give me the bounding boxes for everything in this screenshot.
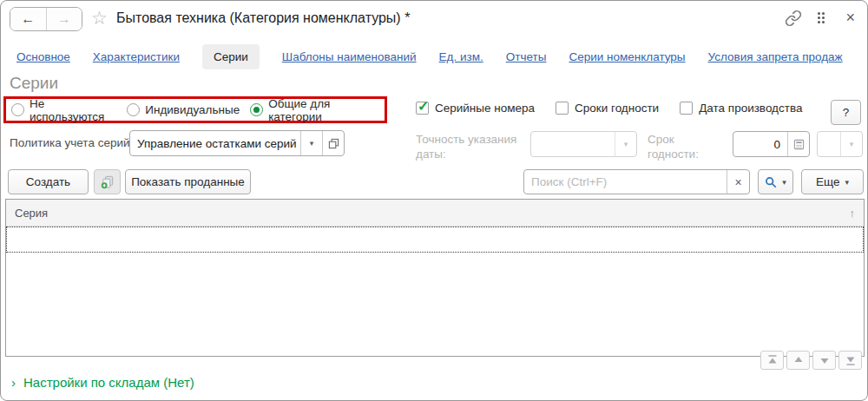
more-menu-icon[interactable] (818, 12, 825, 23)
section-title-series: Серии (10, 74, 58, 93)
expiry-unit-value (818, 132, 840, 156)
favorite-star-icon[interactable]: ☆ (91, 8, 108, 29)
tab-reports[interactable]: Отчеты (506, 50, 547, 63)
radio-individual[interactable]: Индивидуальные (127, 103, 240, 116)
expiry-label: Срок годности: (648, 132, 724, 161)
search-box: × (523, 169, 750, 194)
radio-label: Общие для категории (268, 97, 379, 123)
back-button[interactable]: ← (10, 8, 46, 30)
go-first-row-button[interactable] (760, 351, 784, 370)
radio-circle-icon (11, 103, 24, 116)
tab-item-series[interactable]: Серии номенклатуры (569, 50, 685, 63)
clear-search-icon[interactable]: × (727, 170, 749, 194)
series-table: Серия ↑ (5, 199, 865, 357)
row-navigation-group (760, 351, 862, 370)
create-by-copy-button[interactable] (94, 169, 121, 194)
checkbox-icon (680, 102, 693, 115)
tab-main[interactable]: Основное (16, 50, 70, 63)
tab-units[interactable]: Ед. изм. (439, 50, 483, 63)
help-button[interactable]: ? (831, 100, 861, 125)
chevron-down-icon: ▾ (845, 178, 849, 187)
checkbox-icon (556, 102, 569, 115)
get-link-icon[interactable] (785, 10, 802, 30)
tab-bar: Основное Характеристики Серии Шаблоны на… (16, 43, 843, 69)
radio-circle-icon (127, 103, 140, 116)
chevron-down-icon: ▾ (615, 132, 636, 156)
column-header-series[interactable]: Серия (15, 207, 48, 220)
app-window: ← → ☆ Бытовая техника (Категория номенкл… (0, 0, 868, 401)
radio-common-for-category[interactable]: Общие для категории (250, 97, 379, 123)
calculator-icon[interactable] (787, 132, 809, 156)
more-actions-label: Еще (816, 175, 839, 188)
policy-value: Управление остатками серий (130, 131, 300, 155)
page-title: Бытовая техника (Категория номенклатуры)… (116, 10, 410, 26)
checkbox-label: Сроки годности (575, 102, 659, 115)
forward-button[interactable]: → (46, 8, 82, 30)
warehouse-settings-link[interactable]: › Настройки по складам (Нет) (11, 375, 194, 390)
tab-series[interactable]: Серии (202, 44, 260, 69)
chevron-down-icon: ▾ (840, 132, 862, 156)
table-header-row[interactable]: Серия ↑ (6, 200, 864, 227)
open-item-icon[interactable] (322, 131, 344, 155)
policy-label: Политика учета серий: (10, 136, 133, 149)
table-row[interactable] (6, 227, 864, 253)
checkbox-serial-numbers[interactable]: Серийные номера (416, 102, 535, 115)
search-icon (765, 176, 777, 188)
history-nav-group: ← → (10, 7, 82, 31)
chevron-down-icon[interactable]: ▾ (300, 131, 322, 155)
policy-combobox[interactable]: Управление остатками серий ▾ (129, 130, 345, 156)
series-usage-radio-group: Не используются Индивидуальные Общие для… (3, 96, 387, 123)
date-precision-value (531, 132, 615, 156)
checkbox-production-date[interactable]: Дата производства (680, 102, 802, 115)
search-options-button[interactable]: ▾ (758, 169, 793, 194)
radio-label: Индивидуальные (145, 103, 240, 116)
checkbox-checked-icon (416, 102, 429, 115)
date-precision-combobox: ▾ (530, 131, 637, 157)
date-precision-label: Точность указания даты: (416, 132, 527, 161)
warehouse-settings-label: Настройки по складам (Нет) (23, 375, 194, 390)
go-last-row-button[interactable] (838, 351, 862, 370)
more-actions-button[interactable]: Еще ▾ (801, 169, 864, 194)
expiry-value: 0 (733, 132, 787, 156)
tab-characteristics[interactable]: Характеристики (93, 50, 180, 63)
series-options-checkboxes: Серийные номера Сроки годности Дата прои… (416, 102, 802, 115)
go-down-row-button[interactable] (812, 351, 836, 370)
tab-sales-restrictions[interactable]: Условия запрета продаж (708, 50, 843, 63)
create-button[interactable]: Создать (8, 169, 89, 194)
checkbox-label: Серийные номера (435, 102, 535, 115)
radio-circle-selected-icon (250, 103, 263, 116)
close-icon[interactable]: × (845, 9, 855, 27)
chevron-down-icon: ▾ (782, 178, 786, 187)
sort-ascending-icon[interactable]: ↑ (850, 207, 856, 220)
search-input[interactable] (524, 170, 727, 194)
chevron-right-icon: › (11, 375, 16, 390)
expiry-value-field[interactable]: 0 (733, 131, 810, 157)
go-up-row-button[interactable] (786, 351, 810, 370)
checkbox-expiration-dates[interactable]: Сроки годности (556, 102, 659, 115)
show-sold-button[interactable]: Показать проданные (125, 169, 251, 194)
radio-label: Не используются (30, 97, 116, 123)
expiry-unit-combobox: ▾ (817, 131, 863, 157)
checkbox-label: Дата производства (699, 102, 802, 115)
tab-naming-templates[interactable]: Шаблоны наименований (282, 50, 417, 63)
radio-not-used[interactable]: Не используются (11, 97, 116, 123)
